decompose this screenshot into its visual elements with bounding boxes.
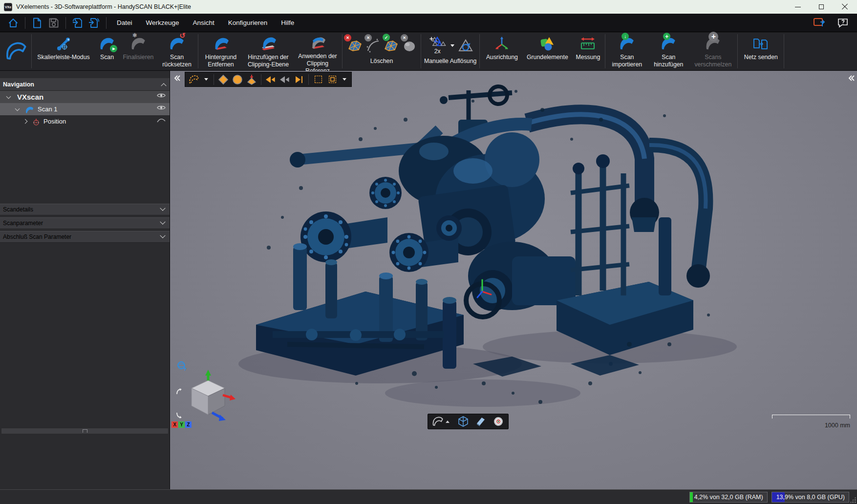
retriangulate-icon[interactable] bbox=[456, 36, 474, 55]
tree-item-position[interactable]: Position bbox=[0, 115, 170, 127]
scan-model[interactable] bbox=[170, 71, 857, 489]
3d-viewport[interactable]: ? bbox=[170, 71, 857, 489]
chevron-down-icon[interactable] bbox=[160, 206, 165, 211]
collapse-right-panel-icon[interactable] bbox=[848, 75, 855, 82]
curve-icon[interactable] bbox=[157, 117, 166, 123]
menu-werkzeuge[interactable]: Werkzeuge bbox=[139, 14, 186, 32]
clipping-ebene-button[interactable]: Hinzufügen der Clipping-Ebene bbox=[242, 32, 294, 70]
skalierleiste-modus-button[interactable]: Skalierleiste-Modus bbox=[33, 32, 94, 70]
chevron-down-icon[interactable] bbox=[15, 106, 20, 111]
gpu-usage-label: 13,9% von 8,0 GB (GPU) bbox=[772, 494, 845, 501]
step-back-alt-icon[interactable] bbox=[279, 74, 291, 85]
divider bbox=[605, 34, 605, 68]
frame-all-icon[interactable] bbox=[326, 74, 338, 85]
grundelemente-button[interactable]: Grundelemente bbox=[523, 32, 572, 70]
delete-curve-icon[interactable] bbox=[364, 36, 382, 55]
divider bbox=[25, 17, 25, 29]
step-back-icon[interactable] bbox=[265, 74, 277, 85]
target-project-icon[interactable] bbox=[246, 74, 257, 85]
help-bubble-icon[interactable] bbox=[836, 17, 849, 29]
rotation-center-help-icon[interactable]: ? bbox=[177, 361, 187, 371]
titlebar[interactable]: VXe VXelements - 3D-Softwareplattform - … bbox=[0, 0, 857, 14]
ausrichtung-button[interactable]: Ausrichtung bbox=[481, 32, 523, 70]
clipping-plane-display-icon[interactable] bbox=[475, 416, 487, 427]
home-icon[interactable] bbox=[7, 17, 20, 29]
tree-item-vxscan[interactable]: VXscan bbox=[0, 91, 170, 103]
new-document-icon[interactable] bbox=[31, 17, 43, 29]
divider bbox=[106, 17, 107, 29]
chevron-down-icon[interactable] bbox=[160, 233, 165, 238]
scan-importieren-button[interactable]: Scan importieren bbox=[606, 32, 647, 70]
screenshot-export-icon[interactable] bbox=[813, 17, 826, 29]
hintergrund-entfernen-button[interactable]: Hintergrund Entfernen bbox=[199, 32, 242, 70]
menu-ansicht[interactable]: Ansicht bbox=[186, 14, 221, 32]
navigation-header[interactable]: Navigation bbox=[0, 78, 170, 91]
target-diamond-icon[interactable] bbox=[217, 74, 229, 85]
manuelle-aufloesung-group: 2x Manuelle Auflösung bbox=[422, 32, 478, 70]
axis-labels: X Y Z bbox=[171, 421, 192, 428]
collapse-left-panel-icon[interactable] bbox=[174, 75, 181, 82]
divider bbox=[479, 34, 480, 68]
axis-z-label: Z bbox=[185, 421, 192, 428]
section-scanparameter[interactable]: Scanparameter bbox=[0, 217, 170, 229]
delete-sphere-icon[interactable] bbox=[400, 36, 418, 55]
more-options-caret[interactable] bbox=[343, 78, 346, 81]
collapse-up-icon[interactable] bbox=[161, 83, 166, 88]
resolution-triangles-icon[interactable]: 2x bbox=[426, 36, 449, 55]
frame-selection-icon[interactable] bbox=[312, 74, 324, 85]
section-scandetails[interactable]: Scandetails bbox=[0, 204, 170, 215]
keep-mesh-selection-icon[interactable] bbox=[382, 36, 400, 55]
delete-mesh-selection-icon[interactable] bbox=[345, 36, 364, 55]
scan-button[interactable]: Scan bbox=[94, 32, 120, 70]
scan-mesh-display-icon[interactable] bbox=[432, 416, 451, 427]
surface-visibility-icon[interactable] bbox=[188, 74, 200, 85]
display-dropdown-caret[interactable] bbox=[446, 420, 450, 423]
navigation-cube[interactable] bbox=[184, 370, 236, 426]
divider bbox=[342, 34, 343, 68]
messung-button[interactable]: Messung bbox=[572, 32, 604, 70]
camera-target-icon[interactable] bbox=[493, 416, 504, 427]
menu-hilfe[interactable]: Hilfe bbox=[274, 14, 301, 32]
loeschen-group-label: Löschen bbox=[370, 58, 393, 64]
display-mode-toolbar bbox=[428, 414, 509, 429]
rotate-ccw-icon[interactable] bbox=[175, 409, 184, 420]
divider bbox=[261, 74, 261, 85]
menu-datei[interactable]: Datei bbox=[110, 14, 139, 32]
vxelements-window: VXe VXelements - 3D-Softwareplattform - … bbox=[0, 0, 857, 504]
scrollbar-grip[interactable] bbox=[83, 429, 87, 433]
visibility-dropdown-caret[interactable] bbox=[204, 78, 208, 81]
maximize-button[interactable] bbox=[818, 3, 825, 10]
clipping-referenz-button[interactable]: Anwenden der Clipping Referenz bbox=[294, 32, 341, 70]
minimize-button[interactable] bbox=[794, 3, 801, 10]
menu-konfigurieren[interactable]: Konfigurieren bbox=[221, 14, 274, 32]
window-resize-grip[interactable] bbox=[850, 497, 856, 503]
eye-icon[interactable] bbox=[157, 93, 166, 98]
target-circle-icon[interactable] bbox=[232, 74, 243, 85]
section-abschluss-scan-parameter[interactable]: Abschluß Scan Parameter bbox=[0, 231, 170, 243]
step-forward-icon[interactable] bbox=[293, 74, 305, 85]
horizontal-scrollbar[interactable] bbox=[1, 428, 169, 434]
netz-senden-button[interactable]: Netz senden bbox=[739, 32, 783, 70]
import-session-icon[interactable] bbox=[71, 17, 84, 29]
divider bbox=[308, 74, 309, 85]
scan-hinzufuegen-button[interactable]: Scan hinzufügen bbox=[647, 32, 689, 70]
divider bbox=[31, 34, 32, 68]
tree-item-scan1[interactable]: Scan 1 bbox=[0, 103, 170, 115]
statusbar: 4,2% von 32,0 GB (RAM) 13,9% von 8,0 GB … bbox=[0, 489, 857, 504]
close-button[interactable] bbox=[841, 3, 848, 10]
scan-ruecksetzen-button[interactable]: Scan rücksetzen bbox=[157, 32, 197, 70]
rotate-cw-icon[interactable] bbox=[175, 387, 184, 398]
resolution-dropdown-caret[interactable] bbox=[450, 44, 454, 47]
position-target-icon bbox=[32, 117, 40, 126]
export-session-icon[interactable] bbox=[88, 17, 101, 29]
chevron-down-icon[interactable] bbox=[6, 94, 11, 99]
chevron-right-icon[interactable] bbox=[23, 119, 28, 124]
apply-clipping-reference-icon bbox=[309, 35, 326, 52]
bounding-box-icon[interactable] bbox=[457, 416, 469, 427]
chevron-down-icon[interactable] bbox=[160, 219, 165, 225]
scale-label: 1000 mm bbox=[772, 422, 850, 429]
save-icon[interactable] bbox=[47, 17, 60, 29]
divider bbox=[784, 34, 784, 68]
divider bbox=[421, 34, 421, 68]
eye-icon[interactable] bbox=[157, 105, 166, 110]
